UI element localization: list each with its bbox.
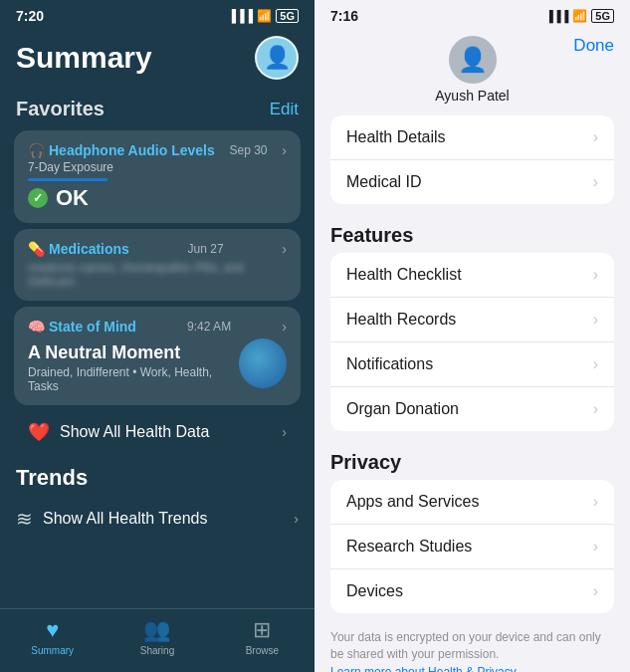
edit-button[interactable]: Edit <box>270 100 299 119</box>
health-checklist-label: Health Checklist <box>346 266 462 284</box>
tab-browse[interactable]: ⊞ Browse <box>210 617 315 656</box>
trends-section: Trends ≋ Show All Health Trends › <box>0 457 315 543</box>
battery-icon: 5G <box>591 9 614 23</box>
trends-title: Trends <box>16 465 299 491</box>
chevron-right-icon: › <box>294 511 299 527</box>
research-studies-label: Research Studies <box>346 538 472 556</box>
state-visual <box>239 338 287 388</box>
show-all-health-label: Show All Health Data <box>60 423 209 441</box>
medical-id-row[interactable]: Medical ID › <box>330 160 614 204</box>
avatar[interactable]: 👤 <box>255 36 299 80</box>
right-avatar-name: Ayush Patel <box>435 88 509 104</box>
state-date: 9:42 AM <box>187 320 231 334</box>
tab-summary[interactable]: ♥ Summary <box>0 617 105 656</box>
left-panel: 7:20 ▐▐▐ 📶 5G Summary 👤 Favorites Edit 🎧… <box>0 0 315 672</box>
profile-rows-card: Health Details › Medical ID › <box>330 115 614 204</box>
right-profile-section: 👤 Ayush Patel Done <box>315 28 630 115</box>
battery-icon: 5G <box>276 9 299 23</box>
avatar-icon: 👤 <box>264 45 291 71</box>
medications-title: 💊 Medications <box>28 241 129 257</box>
heart-tab-icon: ♥ <box>46 617 59 643</box>
chevron-right-icon: › <box>282 319 287 335</box>
chevron-right-icon: › <box>593 538 598 556</box>
features-title: Features <box>315 216 630 253</box>
wifi-icon: 📶 <box>257 9 272 23</box>
sharing-tab-icon: 👥 <box>143 617 170 643</box>
chevron-right-icon: › <box>593 493 598 511</box>
headphone-card[interactable]: 🎧 Headphone Audio Levels Sep 30 › 7-Day … <box>14 130 301 223</box>
tab-sharing[interactable]: 👥 Sharing <box>105 617 209 656</box>
medications-blurred: medicine names, Homeopathic Pills, and D… <box>28 261 287 289</box>
chevron-right-icon: › <box>593 582 598 600</box>
organ-donation-row[interactable]: Organ Donation › <box>330 387 614 431</box>
chevron-right-icon: › <box>593 173 598 191</box>
wifi-icon: 📶 <box>572 9 587 23</box>
state-moment: A Neutral Moment <box>28 342 239 363</box>
notifications-row[interactable]: Notifications › <box>330 342 614 387</box>
privacy-link[interactable]: Learn more about Health & Privacy... <box>315 665 630 672</box>
right-status-icons: ▐▐▐ 📶 5G <box>545 9 614 23</box>
browse-tab-icon: ⊞ <box>253 617 271 643</box>
chevron-right-icon: › <box>593 128 598 146</box>
state-detail: Drained, Indifferent • Work, Health, Tas… <box>28 365 239 393</box>
chevron-right-icon: › <box>593 400 598 418</box>
health-checklist-row[interactable]: Health Checklist › <box>330 253 614 298</box>
page-title: Summary <box>16 41 152 75</box>
chevron-right-icon: › <box>593 266 598 284</box>
state-of-mind-title: 🧠 State of Mind <box>28 319 136 335</box>
chevron-right-icon: › <box>282 424 287 440</box>
devices-row[interactable]: Devices › <box>330 569 614 613</box>
tab-sharing-label: Sharing <box>140 645 174 656</box>
left-header: Summary 👤 <box>0 28 315 92</box>
state-icon: 🧠 <box>28 319 45 335</box>
signal-icon: ▐▐▐ <box>228 9 254 23</box>
ok-value: OK <box>56 185 89 211</box>
ok-badge: ✓ <box>28 188 48 208</box>
show-all-trends[interactable]: ≋ Show All Health Trends › <box>16 499 299 539</box>
headphone-title: 🎧 Headphone Audio Levels <box>28 142 215 158</box>
health-details-row[interactable]: Health Details › <box>330 115 614 160</box>
privacy-note: Your data is encrypted on your device an… <box>315 625 630 665</box>
show-all-health-data[interactable]: ❤️ Show All Health Data › <box>14 411 301 453</box>
favorites-header: Favorites Edit <box>0 92 315 124</box>
headphone-icon: 🎧 <box>28 142 45 158</box>
right-status-bar: 7:16 ▐▐▐ 📶 5G <box>315 0 630 28</box>
devices-label: Devices <box>346 582 403 600</box>
signal-icon: ▐▐▐ <box>545 10 568 22</box>
health-details-label: Health Details <box>346 128 446 146</box>
left-status-icons: ▐▐▐ 📶 5G <box>228 9 299 23</box>
exposure-bar <box>28 178 107 181</box>
chevron-right-icon: › <box>593 355 598 373</box>
tab-summary-label: Summary <box>31 645 74 656</box>
right-avatar-icon: 👤 <box>458 46 488 74</box>
chevron-right-icon: › <box>282 142 287 158</box>
state-of-mind-card[interactable]: 🧠 State of Mind 9:42 AM › A Neutral Mome… <box>14 307 301 405</box>
research-studies-row[interactable]: Research Studies › <box>330 525 614 569</box>
organ-donation-label: Organ Donation <box>346 400 459 418</box>
health-records-row[interactable]: Health Records › <box>330 298 614 342</box>
right-time: 7:16 <box>330 8 358 24</box>
exposure-label: 7-Day Exposure <box>28 160 287 174</box>
medications-icon: 💊 <box>28 241 45 257</box>
tab-browse-label: Browse <box>246 645 279 656</box>
apps-services-row[interactable]: Apps and Services › <box>330 480 614 525</box>
medications-card[interactable]: 💊 Medications Jun 27 › medicine names, H… <box>14 229 301 301</box>
done-button[interactable]: Done <box>573 36 614 56</box>
notifications-label: Notifications <box>346 355 433 373</box>
chevron-right-icon: › <box>282 241 287 257</box>
apps-services-label: Apps and Services <box>346 493 479 511</box>
trends-icon: ≋ <box>16 507 33 531</box>
left-status-bar: 7:20 ▐▐▐ 📶 5G <box>0 0 315 28</box>
medications-date: Jun 27 <box>188 242 224 256</box>
medical-id-label: Medical ID <box>346 173 422 191</box>
right-avatar: 👤 <box>449 36 497 84</box>
bottom-tabs: ♥ Summary 👥 Sharing ⊞ Browse <box>0 608 315 672</box>
show-all-trends-label: Show All Health Trends <box>43 510 207 528</box>
right-panel: 7:16 ▐▐▐ 📶 5G 👤 Ayush Patel Done Health … <box>315 0 630 672</box>
chevron-right-icon: › <box>593 311 598 329</box>
health-records-label: Health Records <box>346 311 456 329</box>
heart-icon: ❤️ <box>28 421 50 443</box>
privacy-title: Privacy <box>315 443 630 480</box>
headphone-date: Sep 30 <box>230 143 268 157</box>
favorites-label: Favorites <box>16 98 105 120</box>
